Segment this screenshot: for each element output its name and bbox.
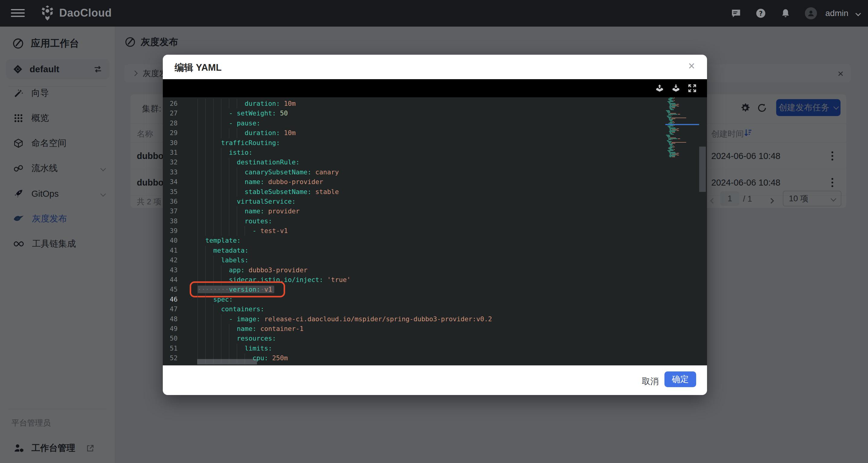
code-line[interactable]: 32 destinationRule: — [163, 157, 707, 167]
code-text: ········version:·v1 — [197, 285, 274, 294]
code-line[interactable]: 36 virtualService: — [163, 197, 707, 206]
modal-close-icon[interactable]: × — [688, 60, 695, 71]
line-number: 44 — [163, 275, 178, 285]
line-number: 33 — [163, 168, 178, 177]
line-number: 34 — [163, 177, 178, 187]
code-text: spec: — [197, 295, 233, 304]
code-line[interactable]: 51 limits: — [163, 344, 707, 353]
notifications-bell-icon[interactable] — [780, 8, 791, 19]
minimap-line — [665, 118, 699, 119]
code-line[interactable]: 43 app: dubbo3-provider — [163, 265, 707, 275]
code-line[interactable]: 49 name: container-1 — [163, 324, 707, 334]
code-line[interactable]: 27 - setWeight: 50 — [163, 109, 707, 118]
code-text: istio: — [197, 148, 252, 157]
minimap-line — [665, 148, 699, 149]
fullscreen-icon[interactable] — [688, 84, 697, 93]
minimap-line — [665, 134, 699, 135]
code-line[interactable]: 38 routes: — [163, 216, 707, 226]
help-icon[interactable]: ? — [755, 8, 766, 19]
code-line[interactable]: 47 containers: — [163, 304, 707, 314]
minimap-selection-indicator — [665, 124, 699, 125]
minimap-line — [665, 109, 699, 109]
line-number: 41 — [163, 246, 178, 255]
code-line[interactable]: 45········version:·v1 — [163, 285, 707, 294]
code-text: duration: 10m — [197, 99, 296, 109]
line-number: 37 — [163, 206, 178, 216]
horizontal-scrollbar-thumb[interactable] — [197, 359, 257, 365]
line-number: 48 — [163, 314, 178, 324]
edit-yaml-modal: 编辑 YAML × 26 duration: 10m27 — [163, 55, 707, 395]
code-text: template: — [197, 236, 241, 245]
code-text: containers: — [197, 304, 264, 314]
minimap-line — [665, 156, 699, 157]
line-number: 42 — [163, 255, 178, 265]
minimap-line — [665, 153, 699, 153]
minimap-line — [665, 117, 699, 117]
code-text: virtualService: — [197, 197, 296, 206]
code-text: - test-v1 — [197, 226, 288, 236]
code-line[interactable]: 46 spec: — [163, 295, 707, 304]
minimap-line — [665, 137, 699, 137]
code-text: name: container-1 — [197, 324, 304, 334]
code-line[interactable]: 31 istio: — [163, 148, 707, 157]
confirm-button[interactable]: 确定 — [664, 371, 696, 387]
download-yaml-icon[interactable] — [672, 84, 680, 93]
line-number: 32 — [163, 157, 178, 167]
code-text: metadata: — [197, 246, 249, 255]
minimap-line — [665, 98, 699, 99]
minimap-line — [665, 129, 699, 130]
code-line[interactable]: 30 trafficRouting: — [163, 138, 707, 148]
yaml-editor[interactable]: 26 duration: 10m27 - setWeight: 5028 - p… — [163, 79, 707, 366]
menu-toggle-icon[interactable] — [11, 9, 25, 18]
svg-text:?: ? — [759, 10, 763, 17]
code-line[interactable]: 48 - image: release-ci.daocloud.io/mspid… — [163, 314, 707, 324]
minimap-line — [665, 103, 699, 104]
minimap-line — [665, 144, 699, 144]
minimap-line — [665, 141, 699, 142]
code-line[interactable]: 29 duration: 10m — [163, 128, 707, 138]
code-line[interactable]: 28 - pause: — [163, 118, 707, 128]
line-number: 31 — [163, 148, 178, 157]
minimap-line — [665, 111, 699, 112]
minimap-line — [665, 135, 699, 136]
minimap-line — [665, 120, 699, 121]
code-text: - setWeight: 50 — [197, 109, 288, 118]
code-line[interactable]: 42 labels: — [163, 255, 707, 265]
code-line[interactable]: 41 metadata: — [163, 246, 707, 255]
code-lines[interactable]: 26 duration: 10m27 - setWeight: 5028 - p… — [163, 99, 707, 363]
minimap-line — [665, 101, 699, 102]
code-line[interactable]: 44 sidecar.istio.io/inject: 'true' — [163, 275, 707, 285]
minimap-line — [665, 110, 699, 111]
code-line[interactable]: 37 name: provider — [163, 206, 707, 216]
avatar[interactable] — [805, 7, 817, 19]
user-menu-chevron-icon[interactable] — [855, 10, 861, 16]
brand: DaoCloud — [40, 5, 112, 21]
code-line[interactable]: 35 stableSubsetName: stable — [163, 187, 707, 197]
code-line[interactable]: 34 name: dubbo-provider — [163, 177, 707, 187]
code-line[interactable]: 40 template: — [163, 236, 707, 245]
code-line[interactable]: 50 resources: — [163, 334, 707, 343]
code-text: destinationRule: — [197, 157, 300, 167]
code-text: name: dubbo-provider — [197, 177, 323, 187]
minimap-line — [665, 104, 699, 105]
vertical-scrollbar-thumb[interactable] — [699, 147, 706, 192]
cancel-button[interactable]: 取消 — [642, 376, 659, 387]
code-text: stableSubsetName: stable — [197, 187, 339, 197]
minimap-line — [665, 132, 699, 133]
code-line[interactable]: 26 duration: 10m — [163, 99, 707, 109]
messages-icon[interactable] — [731, 8, 741, 19]
code-text: routes: — [197, 216, 272, 226]
line-number: 46 — [163, 295, 178, 304]
code-line[interactable]: 33 canarySubsetName: canary — [163, 168, 707, 177]
line-number: 40 — [163, 236, 178, 245]
topbar-actions: ? admin — [731, 0, 860, 27]
username[interactable]: admin — [826, 8, 848, 18]
minimap-line — [665, 147, 699, 148]
upload-yaml-icon[interactable] — [655, 84, 664, 93]
editor-minimap[interactable] — [665, 97, 699, 157]
line-number: 47 — [163, 304, 178, 314]
code-line[interactable]: 39 - test-v1 — [163, 226, 707, 236]
line-number: 38 — [163, 216, 178, 226]
code-text: duration: 10m — [197, 128, 296, 138]
modal-title: 编辑 YAML — [175, 61, 222, 74]
